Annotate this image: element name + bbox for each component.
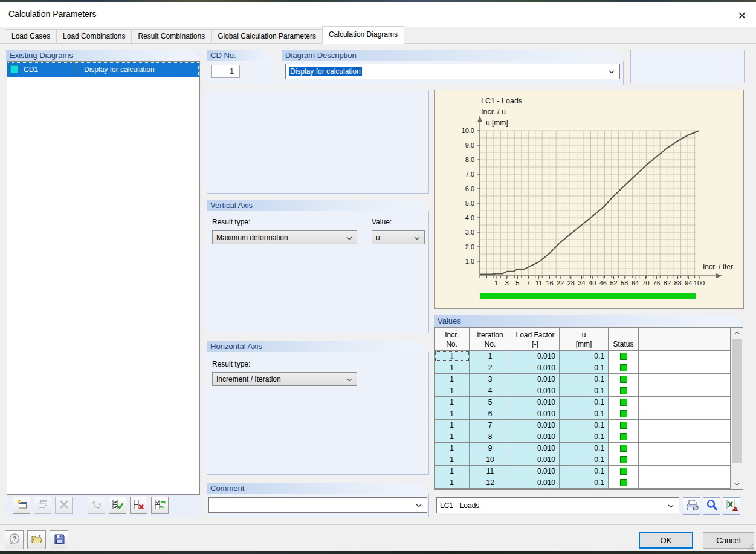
chevron-down-icon[interactable]	[346, 233, 352, 242]
status-cell[interactable]	[609, 351, 639, 362]
table-cell[interactable]: 1	[435, 454, 470, 465]
values-table[interactable]: Incr.No.IterationNo.Load Factor[-]u[mm] …	[434, 327, 743, 490]
table-row[interactable]: 120.0100.1	[435, 362, 743, 374]
status-cell[interactable]	[609, 443, 639, 454]
rename-diagram-button[interactable]: AB	[88, 497, 105, 514]
table-cell[interactable]: 0.010	[511, 397, 560, 408]
export-excel-button[interactable]	[723, 497, 740, 515]
table-row[interactable]: 1110.0100.1	[435, 466, 743, 477]
table-cell[interactable]	[639, 351, 731, 362]
table-cell[interactable]	[639, 397, 731, 408]
tab-global-calculation-parameters[interactable]: Global Calculation Parameters	[211, 29, 323, 44]
table-row[interactable]: 160.0100.1	[435, 408, 743, 420]
table-cell[interactable]: 3	[470, 374, 511, 385]
table-cell[interactable]	[639, 385, 731, 396]
table-cell[interactable]: 7	[470, 420, 511, 431]
table-cell[interactable]: 0.010	[511, 454, 560, 465]
tab-load-combinations[interactable]: Load Combinations	[56, 29, 132, 44]
tab-result-combinations[interactable]: Result Combinations	[131, 29, 212, 44]
tab-load-cases[interactable]: Load Cases	[5, 29, 57, 44]
table-cell[interactable]: 0.1	[560, 466, 609, 477]
table-cell[interactable]	[639, 443, 731, 454]
status-cell[interactable]	[609, 454, 639, 465]
status-cell[interactable]	[609, 374, 639, 385]
table-row[interactable]: 1120.0100.1	[435, 477, 743, 489]
save-button[interactable]	[50, 530, 68, 549]
table-cell[interactable]: 0.010	[511, 420, 560, 431]
table-cell[interactable]: 0.010	[511, 443, 560, 454]
table-cell[interactable]: 10	[470, 454, 511, 465]
scroll-up-icon[interactable]	[731, 328, 743, 338]
scrollbar-thumb[interactable]	[732, 339, 742, 463]
table-cell[interactable]: 0.010	[511, 385, 560, 396]
table-cell[interactable]	[639, 420, 731, 431]
table-cell[interactable]: 1	[435, 408, 470, 419]
table-cell[interactable]: 1	[435, 477, 470, 488]
table-cell[interactable]: 0.1	[560, 431, 609, 442]
table-cell[interactable]: 1	[435, 362, 470, 373]
table-row[interactable]: 130.0100.1	[435, 374, 743, 385]
table-cell[interactable]: 1	[435, 443, 470, 454]
open-button[interactable]	[27, 530, 46, 549]
status-cell[interactable]	[609, 477, 639, 488]
table-cell[interactable]: 9	[470, 443, 511, 454]
status-cell[interactable]	[609, 362, 639, 373]
table-cell[interactable]	[639, 362, 731, 373]
print-button[interactable]	[683, 497, 700, 515]
ok-button[interactable]: OK	[639, 532, 693, 549]
table-cell[interactable]: 8	[470, 431, 511, 442]
status-cell[interactable]	[609, 408, 639, 419]
table-cell[interactable]: 0.010	[511, 408, 560, 419]
vertical-value-dropdown[interactable]: u	[372, 230, 425, 244]
zoom-button[interactable]	[703, 497, 720, 515]
chevron-down-icon[interactable]	[668, 501, 674, 510]
table-cell[interactable]	[639, 374, 731, 385]
copy-diagram-button[interactable]	[34, 497, 51, 514]
new-diagram-button[interactable]	[13, 497, 30, 514]
table-cell[interactable]: 0.1	[560, 374, 609, 385]
table-cell[interactable]: 2	[470, 362, 511, 373]
table-cell[interactable]: 0.1	[560, 454, 609, 465]
load-case-selector-combobox[interactable]: LC1 - Loads	[436, 497, 679, 513]
scroll-down-icon[interactable]	[731, 479, 743, 489]
table-cell[interactable]: 1	[470, 351, 511, 362]
table-cell[interactable]	[639, 454, 731, 465]
help-button[interactable]: ?	[5, 530, 24, 549]
table-row[interactable]: 190.0100.1	[435, 443, 743, 454]
table-cell[interactable]	[639, 466, 731, 477]
table-cell[interactable]: 12	[470, 477, 511, 488]
table-cell[interactable]: 1	[435, 466, 470, 477]
tab-calculation-diagrams[interactable]: Calculation Diagrams	[322, 26, 404, 44]
diagram-description-combobox[interactable]: Display for calculation	[285, 64, 620, 79]
invert-check-button[interactable]	[151, 497, 169, 514]
table-cell[interactable]: 1	[435, 374, 470, 385]
status-cell[interactable]	[609, 420, 639, 431]
table-cell[interactable]: 4	[470, 385, 511, 396]
existing-diagrams-list[interactable]: CD1Display for calculation	[7, 61, 200, 495]
status-cell[interactable]	[609, 431, 639, 442]
chevron-down-icon[interactable]	[346, 375, 352, 383]
table-row[interactable]: 1100.0100.1	[435, 454, 743, 466]
table-row[interactable]: 170.0100.1	[435, 420, 743, 431]
resize-grip-icon[interactable]	[747, 543, 755, 552]
table-cell[interactable]: 0.010	[511, 374, 560, 385]
table-row[interactable]: 140.0100.1	[435, 385, 743, 397]
delete-diagram-button[interactable]	[55, 497, 73, 514]
table-cell[interactable]: 0.010	[511, 466, 560, 477]
table-cell[interactable]: 0.010	[511, 431, 560, 442]
close-icon[interactable]: ✕	[732, 7, 752, 25]
table-cell[interactable]: 6	[470, 408, 511, 419]
check-all-button[interactable]	[109, 497, 126, 514]
comment-combobox[interactable]	[208, 497, 427, 513]
table-cell[interactable]: 0.1	[560, 408, 609, 419]
table-cell[interactable]: 0.010	[511, 351, 560, 362]
uncheck-all-button[interactable]	[130, 497, 147, 514]
table-cell[interactable]: 11	[470, 466, 511, 477]
chevron-down-icon[interactable]	[414, 233, 420, 242]
table-cell[interactable]: 5	[470, 397, 511, 408]
diagram-list-item[interactable]: CD1Display for calculation	[7, 62, 199, 77]
table-cell[interactable]	[639, 408, 731, 419]
table-cell[interactable]: 1	[435, 397, 470, 408]
horizontal-result-type-dropdown[interactable]: Increment / Iteration	[212, 372, 357, 386]
table-cell[interactable]: 0.1	[560, 385, 609, 396]
